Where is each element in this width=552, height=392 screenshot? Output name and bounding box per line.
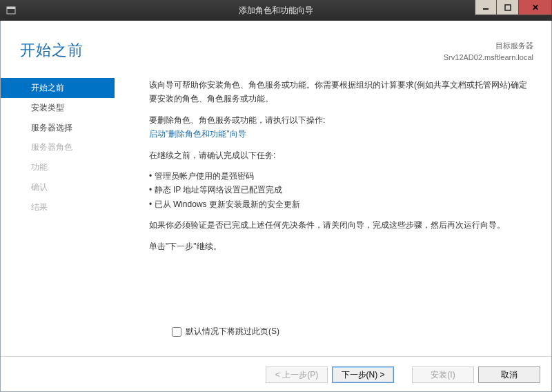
skip-checkbox-row: 默认情况下将跳过此页(S) <box>172 326 279 337</box>
server-info: 目标服务器 Srv12AD02.msftlearn.local <box>444 40 533 63</box>
remove-wizard-link[interactable]: 启动"删除角色和功能"向导 <box>149 129 246 139</box>
remove-heading: 要删除角色、角色服务或功能，请执行以下操作: <box>149 113 531 127</box>
window-controls: ✕ <box>475 0 552 15</box>
sidebar-item-confirmation: 确认 <box>1 177 115 197</box>
footer-buttons: < 上一步(P) 下一步(N) > 安装(I) 取消 <box>266 366 540 383</box>
sidebar-item-results: 结果 <box>1 197 115 217</box>
server-label: 目标服务器 <box>444 40 533 52</box>
sidebar-item-before-you-begin[interactable]: 开始之前 <box>1 78 115 98</box>
sidebar: 开始之前 安装类型 服务器选择 服务器角色 功能 确认 结果 <box>1 70 115 339</box>
sidebar-item-server-roles: 服务器角色 <box>1 137 115 157</box>
app-icon <box>6 5 17 16</box>
header-area: 开始之前 目标服务器 Srv12AD02.msftlearn.local <box>1 21 551 70</box>
content-pane: 该向导可帮助你安装角色、角色服务或功能。你需要根据组织的计算要求(例如共享文档或… <box>115 70 551 339</box>
list-item: 已从 Windows 更新安装最新的安全更新 <box>149 197 531 211</box>
verify-note: 如果你必须验证是否已完成上述任何先决条件，请关闭向导，完成这些步骤，然后再次运行… <box>149 218 531 232</box>
previous-button: < 上一步(P) <box>266 366 328 383</box>
wizard-body: 开始之前 目标服务器 Srv12AD02.msftlearn.local 开始之… <box>0 21 552 392</box>
cancel-button[interactable]: 取消 <box>478 366 540 383</box>
prereq-list: 管理员帐户使用的是强密码 静态 IP 地址等网络设置已配置完成 已从 Windo… <box>149 169 531 211</box>
list-item: 管理员帐户使用的是强密码 <box>149 169 531 183</box>
maximize-button[interactable] <box>497 0 519 15</box>
click-next-text: 单击"下一步"继续。 <box>149 239 531 253</box>
footer-divider <box>1 356 551 357</box>
intro-text: 该向导可帮助你安装角色、角色服务或功能。你需要根据组织的计算要求(例如共享文档或… <box>149 78 531 106</box>
next-button[interactable]: 下一步(N) > <box>332 366 394 383</box>
list-item: 静态 IP 地址等网络设置已配置完成 <box>149 183 531 197</box>
minimize-button[interactable] <box>475 0 497 15</box>
install-button: 安装(I) <box>412 366 474 383</box>
body-area: 开始之前 安装类型 服务器选择 服务器角色 功能 确认 结果 该向导可帮助你安装… <box>1 70 551 339</box>
before-continue-text: 在继续之前，请确认完成以下任务: <box>149 148 531 162</box>
svg-rect-3 <box>505 5 511 10</box>
titlebar: 添加角色和功能向导 ✕ <box>0 0 552 21</box>
server-name: Srv12AD02.msftlearn.local <box>444 52 533 63</box>
svg-rect-1 <box>7 7 15 9</box>
skip-checkbox[interactable] <box>172 327 181 337</box>
window-title: 添加角色和功能向导 <box>239 5 313 17</box>
sidebar-item-installation-type[interactable]: 安装类型 <box>1 98 115 118</box>
skip-checkbox-label: 默认情况下将跳过此页(S) <box>186 326 279 337</box>
page-title: 开始之前 <box>20 40 83 61</box>
sidebar-item-features: 功能 <box>1 157 115 177</box>
close-button[interactable]: ✕ <box>519 0 552 15</box>
sidebar-item-server-selection[interactable]: 服务器选择 <box>1 118 115 138</box>
